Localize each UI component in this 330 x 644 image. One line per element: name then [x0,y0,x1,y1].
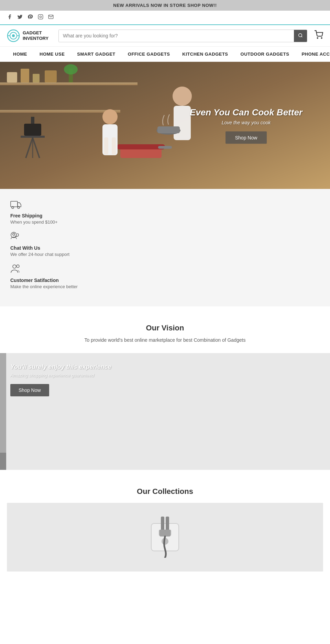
svg-rect-22 [21,136,45,138]
svg-rect-16 [33,74,40,82]
hero-banner: Even You Can Cook Better Love the way yo… [0,62,330,189]
experience-cta-button[interactable]: Shop Now [10,384,49,396]
hero-cta-button[interactable]: Shop Now [226,132,267,144]
logo[interactable]: GADGET INVENTORY [7,29,52,42]
svg-rect-0 [38,14,43,19]
svg-point-4 [12,34,15,37]
feature-satisfaction: Customer Satifaction Make the online exp… [10,264,320,289]
sidebar-accent [0,353,6,470]
features-section: Free Shipping When you spend $100+ Chat … [0,189,330,306]
announcement-bar: NEW ARRIVALS NOW IN STORE SHOP NOW!! [0,0,330,11]
instagram-icon[interactable] [38,14,43,21]
svg-rect-15 [21,69,29,82]
svg-point-33 [173,87,192,106]
svg-rect-21 [31,117,34,124]
pinterest-icon[interactable] [28,14,33,21]
free-shipping-title: Free Shipping [10,213,320,218]
vision-title: Our Vision [7,324,323,332]
svg-rect-36 [157,126,180,133]
collections-title: Our Collections [7,487,323,496]
nav-item-outdoor-gadgets[interactable]: OUTDOOR GADGETS [234,47,296,61]
svg-line-8 [301,36,302,37]
email-icon[interactable] [48,14,54,21]
free-shipping-desc: When you spend $100+ [10,219,320,225]
chat-desc: We offer 24-hour chat support [10,252,320,257]
svg-rect-27 [117,144,165,149]
svg-rect-13 [0,110,120,113]
search-input[interactable] [59,30,294,41]
nav-item-phone-accessories[interactable]: PHONE ACCESSORIES [295,47,330,61]
nav-item-home[interactable]: HOME [7,47,33,61]
social-bar [0,11,330,25]
svg-point-42 [13,265,16,268]
svg-point-9 [317,38,318,38]
satisfaction-desc: Make the online experience better [10,284,320,289]
nav-item-kitchen-gadgets[interactable]: KITCHEN GADGETS [176,47,234,61]
sidebar-accent-bottom [0,453,6,470]
svg-point-19 [64,64,78,75]
people-icon [10,264,320,276]
announcement-text: NEW ARRIVALS NOW IN STORE SHOP NOW!! [113,3,217,8]
feature-chat: Chat With Us We offer 24-hour chat suppo… [10,231,320,257]
vision-section: Our Vision To provide world's best onlin… [0,306,330,353]
svg-point-41 [13,233,15,235]
svg-point-43 [16,265,19,268]
feature-free-shipping: Free Shipping When you spend $100+ [10,199,320,225]
experience-title: You'll surely enjoy this experience [10,363,111,371]
experience-content: You'll surely enjoy this experience Amaz… [10,363,111,396]
experience-subtitle: Amazing shopping experience guaranteed [10,373,111,378]
svg-point-29 [102,109,118,124]
svg-rect-34 [174,106,191,140]
search-button[interactable] [294,30,307,42]
svg-rect-17 [45,70,57,82]
svg-rect-14 [7,72,17,82]
cart-icon[interactable] [314,30,323,41]
truck-icon [10,199,320,211]
svg-rect-37 [11,201,18,207]
svg-rect-31 [104,137,108,155]
nav-item-smart-gadget[interactable]: SMART GADGET [71,47,121,61]
svg-rect-12 [0,82,138,85]
nav-bar: HOME HOME USE SMART GADGET OFFICE GADGET… [0,46,330,62]
header: GADGET INVENTORY [0,25,330,46]
collection-card-1[interactable] [7,503,323,572]
vision-desc: To provide world's best online marketpla… [7,337,323,343]
hero-overlay: Even You Can Cook Better Love the way yo… [190,107,302,144]
svg-rect-28 [158,146,172,149]
hero-subtitle: Love the way you cook [190,120,302,125]
svg-point-10 [321,38,322,38]
svg-rect-50 [160,530,170,536]
collections-section: Our Collections [0,470,330,578]
search-area [58,30,307,42]
svg-point-7 [299,33,302,36]
twitter-icon[interactable] [17,14,23,21]
chat-title: Chat With Us [10,245,320,251]
experience-banner: You'll surely enjoy this experience Amaz… [0,353,330,470]
nav-item-home-use[interactable]: HOME USE [33,47,71,61]
hero-title: Even You Can Cook Better [190,107,302,118]
chat-icon [10,231,320,244]
logo-icon [7,29,20,42]
svg-rect-20 [24,124,41,136]
svg-rect-32 [112,137,116,155]
facebook-icon[interactable] [7,14,12,21]
plug-icon [144,517,186,558]
satisfaction-title: Customer Satifaction [10,278,320,283]
nav-item-office-gadgets[interactable]: OFFICE GADGETS [122,47,176,61]
logo-text: GADGET INVENTORY [23,30,48,41]
